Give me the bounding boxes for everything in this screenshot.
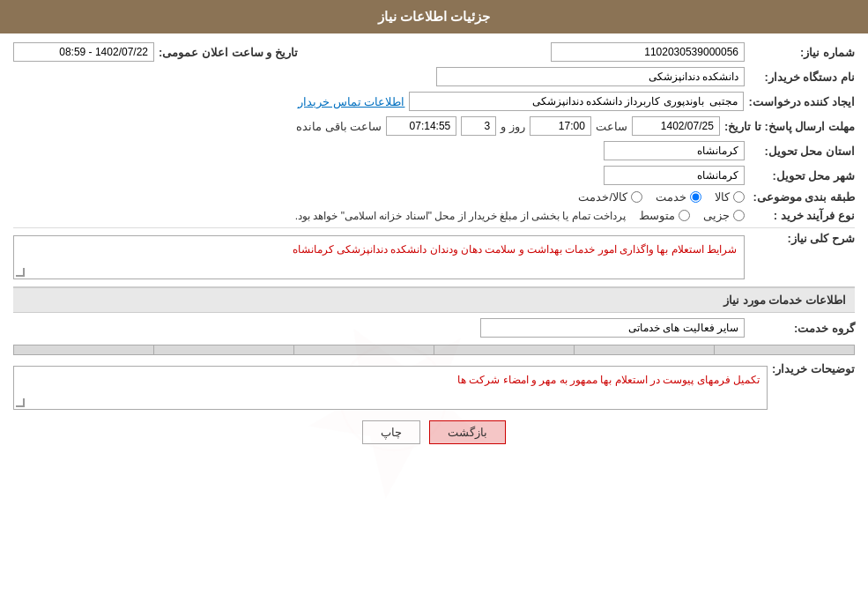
radio-jozi[interactable]: جزیی (703, 209, 745, 222)
page-title: جزئیات اطلاعات نیاز (378, 9, 490, 24)
tozihat-text: تکمیل فرمهای پیوست در استعلام بها ممهور … (457, 374, 760, 386)
gorohe-row: گروه خدمت: (13, 318, 855, 338)
shahr-row: شهر محل تحویل: (13, 166, 855, 185)
button-group: بازگشت چاپ (13, 420, 855, 457)
radio-kala-khedmat-input[interactable] (631, 191, 642, 203)
gorohe-label: گروه خدمت: (749, 322, 855, 335)
radio-kala-label: کالا (715, 190, 730, 204)
mohlat-saat-input[interactable] (530, 116, 591, 136)
shahr-label: شهر محل تحویل: (749, 169, 855, 182)
sharh-label: شرح کلی نیاز: (749, 232, 855, 245)
tarikh-label: تاریخ و ساعت اعلان عمومی: (159, 46, 298, 59)
mohlat-mande-input[interactable] (386, 116, 456, 136)
ijad-row: ایجاد کننده درخواست: اطلاعات تماس خریدار (13, 92, 855, 111)
khadamat-section-title: اطلاعات خدمات مورد نیاز (13, 286, 855, 313)
mohlat-label: مهلت ارسال پاسخ: تا تاریخ: (724, 120, 855, 133)
tozihat-section: توضیحات خریدار: تکمیل فرمهای پیوست در اس… (13, 362, 855, 410)
col-nam (434, 345, 575, 355)
services-table (13, 345, 855, 355)
divider1 (13, 227, 855, 228)
col-kod (575, 345, 715, 355)
radio-jozi-input[interactable] (733, 210, 745, 221)
tozihat-label: توضیحات خریدار: (772, 362, 855, 375)
ostan-input[interactable] (604, 141, 745, 160)
radio-motavaset-input[interactable] (679, 210, 690, 221)
saat-label: ساعت (596, 120, 627, 133)
tozihat-box: تکمیل فرمهای پیوست در استعلام بها ممهور … (13, 366, 768, 410)
col-tedad (154, 345, 294, 355)
tabaqe-label: طبقه بندی موضوعی: (749, 190, 855, 204)
resize-handle (16, 268, 25, 277)
sharh-section: شرح کلی نیاز: شرایط استعلام بها واگذاری … (13, 232, 855, 279)
radio-jozi-label: جزیی (703, 209, 730, 222)
radio-khedmat-label: خدمت (656, 190, 686, 204)
radio-kala-khedmat[interactable]: کالا/خدمت (578, 190, 642, 204)
farayand-label: نوع فرآیند خرید : (749, 209, 855, 222)
print-button[interactable]: چاپ (362, 420, 420, 444)
tozihat-resize-handle (16, 398, 25, 407)
col-radif (715, 345, 855, 355)
dastgah-label: نام دستگاه خریدار: (749, 71, 855, 84)
shomare-input[interactable] (551, 42, 745, 62)
ostan-label: استان محل تحویل: (749, 145, 855, 158)
shomare-row: شماره نیاز: تاریخ و ساعت اعلان عمومی: (13, 42, 855, 62)
tabaqe-row: طبقه بندی موضوعی: کالا خدمت کالا/خدمت (13, 190, 855, 204)
dastgah-row: نام دستگاه خریدار: (13, 67, 855, 86)
farayand-radio-group: جزیی متوسط پرداخت تمام یا بخشی از مبلغ خ… (295, 209, 745, 222)
farayand-row: نوع فرآیند خرید : جزیی متوسط پرداخت تمام… (13, 209, 855, 222)
col-vahed (294, 345, 434, 355)
sharh-text: شرایط استعلام بها واگذاری امور خدمات بهد… (293, 243, 737, 256)
mande-label: ساعت باقی مانده (296, 120, 382, 133)
sharh-box: شرایط استعلام بها واگذاری امور خدمات بهد… (13, 235, 745, 279)
shahr-input[interactable] (604, 166, 745, 185)
col-tarikh (14, 345, 154, 355)
main-content: شماره نیاز: تاریخ و ساعت اعلان عمومی: نا… (0, 33, 868, 466)
gorohe-input[interactable] (480, 318, 745, 338)
back-button[interactable]: بازگشت (429, 420, 506, 444)
contact-link[interactable]: اطلاعات تماس خریدار (298, 95, 404, 108)
ostan-row: استان محل تحویل: (13, 141, 855, 160)
radio-kala[interactable]: کالا (715, 190, 745, 204)
services-table-section (13, 345, 855, 355)
page-wrapper: جزئیات اطلاعات نیاز شماره نیاز: تاریخ و … (0, 0, 868, 609)
radio-khedmat[interactable]: خدمت (656, 190, 701, 204)
shomare-label: شماره نیاز: (749, 46, 855, 59)
tabaqe-radio-group: کالا خدمت کالا/خدمت (578, 190, 745, 204)
mohlat-roz-input[interactable] (461, 116, 496, 136)
radio-kala-input[interactable] (733, 191, 745, 203)
radio-kala-khedmat-label: کالا/خدمت (578, 190, 627, 204)
radio-motavaset[interactable]: متوسط (639, 209, 690, 222)
radio-motavaset-label: متوسط (639, 209, 675, 222)
mohlat-date-input[interactable] (632, 116, 720, 136)
dastgah-input[interactable] (436, 67, 745, 86)
ijad-input[interactable] (409, 92, 744, 111)
farayand-note: پرداخت تمام یا بخشی از مبلغ خریدار از مح… (295, 210, 626, 222)
radio-khedmat-input[interactable] (690, 191, 701, 203)
tarikh-input[interactable] (13, 42, 154, 62)
roz-label: روز و (501, 120, 525, 133)
page-header: جزئیات اطلاعات نیاز (0, 0, 868, 33)
mohlat-row: مهلت ارسال پاسخ: تا تاریخ: ساعت روز و سا… (13, 116, 855, 136)
ijad-label: ایجاد کننده درخواست: (748, 95, 855, 108)
